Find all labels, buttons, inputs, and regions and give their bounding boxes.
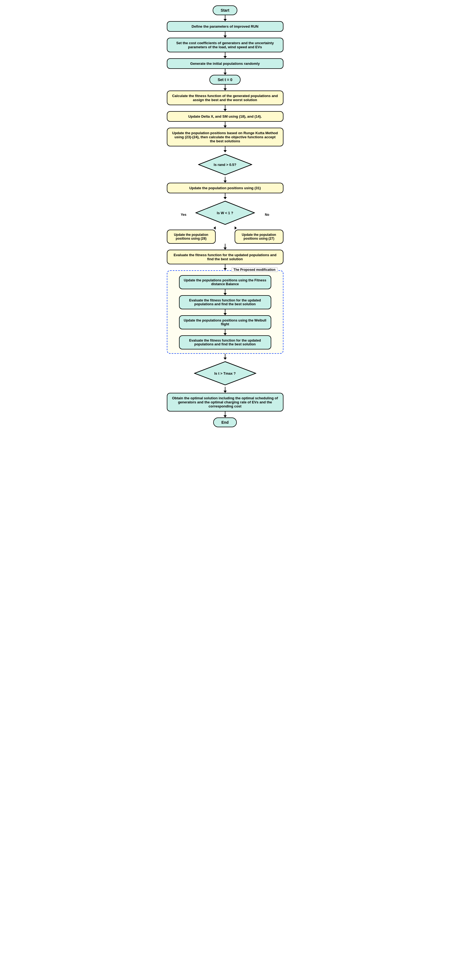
arrow1	[223, 15, 227, 21]
update-weibull-box: Update the populations positions using t…	[179, 315, 271, 329]
arrow5	[223, 84, 227, 91]
arrow8	[223, 146, 227, 152]
arrow9	[223, 177, 227, 183]
branch-arms: Update the population positions using (2…	[167, 226, 284, 244]
is-rand-diamond: Is rand > 0.5?	[198, 154, 252, 175]
update-fdb-box: Update the populations positions using t…	[179, 275, 271, 289]
gen-initial-box: Generate the initial populations randoml…	[167, 58, 284, 69]
arrow17	[223, 387, 227, 393]
end-terminal: End	[213, 417, 236, 427]
obtain-optimal-box: Obtain the optimal solution including th…	[167, 393, 284, 412]
start-terminal: Start	[213, 5, 238, 15]
is-w-section: Yes No Is W < 1 ? Update the population …	[167, 199, 284, 244]
update-delta-box: Update Delta X, and SM using (18), and (…	[167, 111, 284, 122]
no-label: No	[265, 213, 269, 216]
update-27-box: Update the population positions using (2…	[235, 230, 284, 244]
arrow7	[223, 122, 227, 128]
arrow6	[223, 105, 227, 111]
is-tmax-diamond: Is t > Tmax ?	[194, 361, 256, 385]
is-w-diamond: Is W < 1 ?	[195, 200, 255, 225]
update-runge-box: Update the population positions based on…	[167, 128, 284, 146]
proposed-label: The Proposed modification	[231, 267, 278, 272]
proposed-modification-box: The Proposed modification Update the pop…	[167, 270, 284, 354]
left-branch: Update the population positions using (2…	[167, 226, 215, 244]
arrow4	[223, 69, 227, 75]
arrow10	[223, 193, 227, 199]
is-tmax-section: Is t > Tmax ?	[167, 360, 284, 387]
update-28-box: Update the population positions using (2…	[167, 230, 215, 244]
arrow18	[223, 412, 227, 417]
is-w-label: Is W < 1 ?	[195, 200, 255, 225]
flowchart: Start Define the parameters of improved …	[149, 5, 301, 427]
set-cost-box: Set the cost coefficients of generators …	[167, 38, 284, 52]
is-rand-label: Is rand > 0.5?	[198, 154, 252, 175]
arrow3	[223, 52, 227, 58]
eval-fitness1-box: Evaluate the fitness function for the up…	[167, 250, 284, 264]
define-params-box: Define the parameters of improved RUN	[167, 21, 284, 32]
arrow11	[223, 244, 227, 250]
arrow13	[223, 289, 227, 295]
arrow15	[223, 329, 227, 335]
is-tmax-label: Is t > Tmax ?	[194, 361, 256, 385]
update-31-box: Update the population positions using (3…	[167, 183, 284, 193]
arrow16	[223, 354, 227, 360]
eval-fitness2-box: Evaluate the fitness function for the up…	[179, 295, 271, 309]
calc-fitness-box: Calculate the fitness function of the ge…	[167, 91, 284, 105]
arrow2	[223, 32, 227, 38]
right-branch: Update the population positions using (2…	[235, 226, 284, 244]
set-t-box: Set t = 0	[209, 75, 240, 84]
yes-label: Yes	[181, 213, 187, 216]
arrow14	[223, 309, 227, 315]
eval-fitness3-box: Evaluate the fitness function for the up…	[179, 335, 271, 350]
arrow12	[223, 264, 227, 270]
